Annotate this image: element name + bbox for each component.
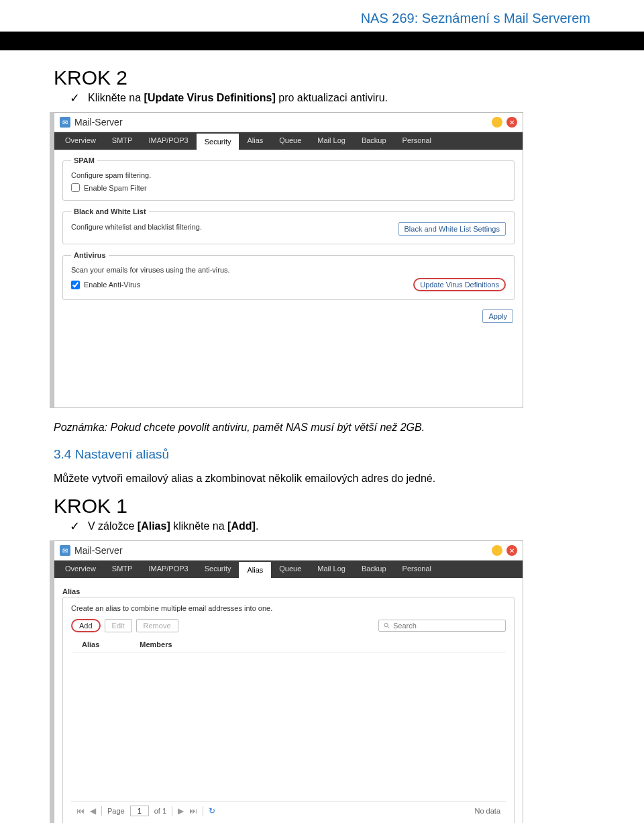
step-1-line: ✓ V záložce [Alias] klikněte na [Add]. xyxy=(54,520,590,532)
alias-toolbar: Add Edit Remove xyxy=(71,616,506,638)
antivirus-section: Antivirus Scan your emails for viruses u… xyxy=(62,251,515,300)
app-title: Mail-Server xyxy=(74,545,123,556)
enable-spam-label: Enable Spam Filter xyxy=(84,184,147,192)
spam-legend: SPAM xyxy=(71,156,97,164)
step-1-bold-1: [Alias] xyxy=(138,520,170,532)
section-3-4-body: Můžete vytvoři emailový alias a zkombino… xyxy=(54,471,590,486)
tab-mail-log[interactable]: Mail Log xyxy=(309,561,354,578)
step-1-heading: KROK 1 xyxy=(54,495,590,518)
enable-spam-input[interactable] xyxy=(71,183,80,192)
step-2-heading: KROK 2 xyxy=(54,66,590,89)
alias-table-body xyxy=(71,653,506,801)
minimize-icon[interactable] xyxy=(492,117,502,128)
close-icon[interactable]: ✕ xyxy=(506,117,517,128)
edit-button[interactable]: Edit xyxy=(105,619,132,632)
tab-overview[interactable]: Overview xyxy=(57,561,104,578)
tab-smtp[interactable]: SMTP xyxy=(104,561,141,578)
titlebar: ✉ Mail-Server ✕ xyxy=(54,541,523,561)
enable-antivirus-input[interactable] xyxy=(71,281,80,289)
blackwhite-section: Black and White List Configure whitelist… xyxy=(62,207,515,244)
check-icon: ✓ xyxy=(70,92,80,104)
minimize-icon[interactable] xyxy=(492,545,502,556)
titlebar: ✉ Mail-Server ✕ xyxy=(54,113,523,132)
note-text: Poznámka: Pokud chcete povolit antiviru,… xyxy=(54,420,590,435)
section-3-4-title: 3.4 Nastavení aliasů xyxy=(54,447,590,462)
refresh-icon[interactable]: ↻ xyxy=(209,806,215,816)
col-alias: Alias xyxy=(82,640,99,648)
search-input[interactable] xyxy=(393,622,501,630)
prev-page-icon[interactable]: ◀ xyxy=(90,806,96,816)
antivirus-legend: Antivirus xyxy=(71,251,109,259)
enable-antivirus-checkbox[interactable]: Enable Anti-Virus xyxy=(71,281,140,289)
page-of: of 1 xyxy=(154,807,166,815)
tab-alias[interactable]: Alias xyxy=(239,132,271,150)
tab-bar: Overview SMTP IMAP/POP3 Security Alias Q… xyxy=(54,561,523,578)
step-2-line: ✓ Klikněte na [Update Virus Definitions]… xyxy=(54,92,590,104)
step-1-text-mid: klikněte na xyxy=(170,520,227,532)
alias-desc: Create an alias to combine multiple emai… xyxy=(71,604,506,612)
tab-backup[interactable]: Backup xyxy=(354,561,394,578)
check-icon: ✓ xyxy=(70,520,80,532)
blackwhite-settings-button[interactable]: Black and White List Settings xyxy=(398,222,506,236)
tab-imap-pop3[interactable]: IMAP/POP3 xyxy=(140,561,196,578)
search-input-wrap[interactable] xyxy=(378,620,506,632)
next-page-icon[interactable]: ▶ xyxy=(178,806,184,816)
mail-server-window-security: ✉ Mail-Server ✕ Overview SMTP IMAP/POP3 … xyxy=(54,112,523,408)
step-2-bold: [Update Virus Definitions] xyxy=(144,92,276,103)
add-button[interactable]: Add xyxy=(71,619,101,632)
step-1-text-end: . xyxy=(256,520,258,532)
header-divider xyxy=(0,32,644,50)
tab-backup[interactable]: Backup xyxy=(354,132,394,150)
tab-imap-pop3[interactable]: IMAP/POP3 xyxy=(140,132,196,150)
pager: ⏮ ◀ Page of 1 ▶ ⏭ ↻ No data xyxy=(71,801,506,820)
blackwhite-desc: Configure whitelist and blacklist filter… xyxy=(71,223,202,231)
svg-line-1 xyxy=(388,627,390,629)
spam-desc: Configure spam filtering. xyxy=(71,171,506,179)
remove-button[interactable]: Remove xyxy=(136,619,178,632)
update-virus-definitions-button[interactable]: Update Virus Definitions xyxy=(413,278,506,291)
tab-bar: Overview SMTP IMAP/POP3 Security Alias Q… xyxy=(54,132,523,150)
tab-security[interactable]: Security xyxy=(197,561,239,578)
app-title: Mail-Server xyxy=(74,117,123,128)
alias-table-header: Alias Members xyxy=(71,638,506,653)
tab-overview[interactable]: Overview xyxy=(57,132,104,150)
tab-personal[interactable]: Personal xyxy=(394,561,439,578)
col-members: Members xyxy=(140,640,172,648)
svg-point-0 xyxy=(384,624,388,627)
page-input[interactable] xyxy=(130,806,149,816)
apply-button[interactable]: Apply xyxy=(482,309,513,323)
mail-icon: ✉ xyxy=(60,545,70,556)
enable-antivirus-label: Enable Anti-Virus xyxy=(84,281,140,289)
step-1-bold-2: [Add] xyxy=(227,520,256,532)
first-page-icon[interactable]: ⏮ xyxy=(76,806,85,816)
step-1-text-a: V záložce xyxy=(88,520,138,532)
tab-personal[interactable]: Personal xyxy=(394,132,439,150)
search-icon xyxy=(383,622,390,630)
mail-server-window-alias: ✉ Mail-Server ✕ Overview SMTP IMAP/POP3 … xyxy=(54,540,523,823)
last-page-icon[interactable]: ⏭ xyxy=(189,806,197,816)
tab-security[interactable]: Security xyxy=(197,132,239,150)
alias-legend: Alias xyxy=(62,585,80,597)
mail-icon: ✉ xyxy=(60,117,70,128)
alias-section: Create an alias to combine multiple emai… xyxy=(62,597,515,823)
enable-spam-checkbox[interactable]: Enable Spam Filter xyxy=(71,183,506,192)
no-data-label: No data xyxy=(474,807,500,815)
tab-mail-log[interactable]: Mail Log xyxy=(309,132,354,150)
step-2-text-b: pro aktualizaci antiviru. xyxy=(276,92,388,103)
blackwhite-legend: Black and White List xyxy=(71,207,149,215)
tab-queue[interactable]: Queue xyxy=(271,132,309,150)
tab-queue[interactable]: Queue xyxy=(271,561,309,578)
spam-section: SPAM Configure spam filtering. Enable Sp… xyxy=(62,156,515,201)
step-2-text-a: Klikněte na xyxy=(88,92,144,103)
page-label: Page xyxy=(107,807,125,815)
doc-header: NAS 269: Seznámení s Mail Serverem xyxy=(0,0,644,32)
tab-alias[interactable]: Alias xyxy=(239,561,271,578)
close-icon[interactable]: ✕ xyxy=(506,545,517,556)
doc-header-title: NAS 269: Seznámení s Mail Serverem xyxy=(361,11,590,26)
antivirus-desc: Scan your emails for viruses using the a… xyxy=(71,266,506,274)
tab-smtp[interactable]: SMTP xyxy=(104,132,141,150)
